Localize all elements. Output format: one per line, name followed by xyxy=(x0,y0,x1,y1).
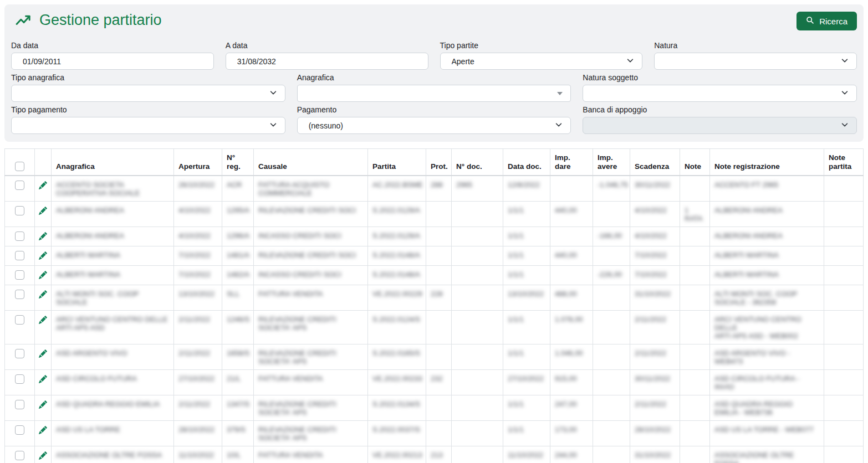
cell-scadenza: 4/10/2022 xyxy=(630,227,680,246)
cell-nreg: ACR xyxy=(222,176,254,202)
cell-note xyxy=(680,176,710,202)
edit-row-button[interactable] xyxy=(39,349,47,359)
cell-partita: S.2022.0129/A xyxy=(368,202,426,227)
cell-impdare xyxy=(550,266,593,285)
edit-row-button[interactable] xyxy=(39,271,47,281)
blurred-text: 4/10/2022 xyxy=(635,232,667,240)
row-checkbox[interactable] xyxy=(15,290,24,299)
blurred-text: 28/10/2022 xyxy=(178,425,215,434)
tipo-anagrafica-label: Tipo anagrafica xyxy=(11,73,285,83)
blurred-text: 26/10/2022 xyxy=(178,181,215,189)
row-checkbox[interactable] xyxy=(15,315,24,325)
edit-row-button[interactable] xyxy=(39,207,47,217)
edit-row-button[interactable] xyxy=(39,232,47,242)
blurred-text: 1/1/1 xyxy=(508,251,524,259)
cell-edit xyxy=(35,421,52,446)
cell-partita: S.2022.0037/S xyxy=(368,421,426,446)
blurred-text: 28/10/2022 xyxy=(635,425,671,434)
natura-select[interactable] xyxy=(654,53,857,70)
column-header-partita: Partita xyxy=(368,149,426,176)
ricerca-button[interactable]: Ricerca xyxy=(796,12,857,30)
cell-anagrafica: ALTI MONTI SOC. COOP SOCIALE xyxy=(52,285,174,311)
cell-partita: S.2022.0148/A xyxy=(368,246,426,266)
blurred-text: 1 RATA xyxy=(685,206,703,223)
blurred-text: ASD QUADRA REGGIO EMILIA xyxy=(56,400,160,408)
cell-impdare xyxy=(550,227,593,246)
table-row: ASD ARGENTO VIVO2/11/20221658/SRILEVAZIO… xyxy=(5,344,864,370)
natura-soggetto-select[interactable] xyxy=(583,85,857,102)
field-tipo-anagrafica: Tipo anagrafica xyxy=(11,73,285,102)
cell-prot: 232 xyxy=(426,370,452,395)
row-checkbox[interactable] xyxy=(15,374,24,384)
a-data-input[interactable] xyxy=(226,53,428,70)
chevron-down-icon xyxy=(555,121,563,130)
row-checkbox[interactable] xyxy=(15,349,24,358)
da-data-input[interactable] xyxy=(11,53,214,70)
table-row: ACCENTO SOCIETA COOPERATIVA SOCIALE26/10… xyxy=(5,176,864,202)
anagrafica-combobox[interactable] xyxy=(297,85,571,102)
blurred-text: 228 xyxy=(431,290,443,298)
cell-select xyxy=(5,285,35,311)
cell-note xyxy=(680,370,710,395)
row-checkbox[interactable] xyxy=(15,451,24,460)
cell-scadenza: 31/10/2022 xyxy=(630,285,680,311)
cell-scadenza: 28/10/2022 xyxy=(630,421,680,446)
edit-row-button[interactable] xyxy=(39,251,47,261)
tipo-partite-select[interactable]: Aperte xyxy=(440,53,643,70)
blurred-text: ARCI VENTUNO CENTRO DELLE ARTI APS ASD xyxy=(56,315,168,332)
row-checkbox[interactable] xyxy=(15,400,24,409)
field-natura-soggetto: Natura soggetto xyxy=(583,73,857,102)
row-checkbox[interactable] xyxy=(15,270,24,280)
edit-row-button[interactable] xyxy=(39,400,47,410)
cell-ndoc xyxy=(452,344,503,370)
row-checkbox[interactable] xyxy=(15,206,24,215)
tipo-anagrafica-select[interactable] xyxy=(11,85,285,102)
blurred-text: FATTURA ACQUISTO COMMERCIALE xyxy=(258,181,329,197)
banca-di-appoggio-select[interactable] xyxy=(583,117,857,134)
cell-notepartita xyxy=(824,395,864,421)
pagamento-select[interactable]: (nessuno) xyxy=(297,117,571,134)
blurred-text: 2/11/2022 xyxy=(635,315,666,323)
cell-impavere xyxy=(593,395,630,421)
row-checkbox[interactable] xyxy=(15,181,24,190)
cell-prot xyxy=(426,421,452,446)
row-checkbox[interactable] xyxy=(15,232,24,241)
edit-row-button[interactable] xyxy=(39,181,47,191)
blurred-text: 244,00 xyxy=(555,451,577,459)
tipo-pagamento-select[interactable] xyxy=(11,117,285,134)
edit-row-button[interactable] xyxy=(39,451,47,461)
edit-row-button[interactable] xyxy=(39,316,47,326)
tipo-pagamento-label: Tipo pagamento xyxy=(11,105,285,115)
edit-row-button[interactable] xyxy=(39,426,47,436)
blurred-text: S.2022.0124/S xyxy=(372,315,420,323)
field-da-data: Da data xyxy=(11,41,214,70)
select-all-checkbox[interactable] xyxy=(15,162,24,171)
blurred-text: RILEVAZIONE CREDITI SOCIETA' APS xyxy=(258,400,336,416)
cell-scadenza: 30/11/2022 xyxy=(630,370,680,395)
blurred-text: FATTURA VENDITA xyxy=(258,451,323,459)
cell-scadenza: 7/10/2022 xyxy=(630,266,680,285)
cell-apertura: 4/10/2022 xyxy=(174,227,222,246)
cell-apertura: 11/10/2022 xyxy=(174,446,222,463)
cell-notepartita xyxy=(824,446,864,463)
cell-prot xyxy=(426,311,452,344)
row-checkbox[interactable] xyxy=(15,251,24,260)
blurred-text: VE.2022.00229 xyxy=(372,290,422,298)
blurred-text: ALBERTI MARTINA xyxy=(56,251,120,259)
blurred-text: -166,00 xyxy=(598,232,622,240)
column-header-scadenza: Scadenza xyxy=(630,149,680,176)
cell-anagrafica: ALBERONI ANDREA xyxy=(52,202,174,227)
edit-row-button[interactable] xyxy=(39,290,47,300)
cell-impdare xyxy=(550,176,593,202)
cell-prot: 228 xyxy=(426,285,452,311)
cell-nreg: 21/L xyxy=(222,370,254,395)
row-checkbox[interactable] xyxy=(15,425,24,435)
blurred-text: ASD QUADRA REGGIO EMILIA - WEB736 xyxy=(714,400,793,416)
cell-scadenza: 2/11/2022 xyxy=(630,344,680,370)
cell-note xyxy=(680,246,710,266)
blurred-text: 27/10/2022 xyxy=(508,374,544,383)
cell-datadoc: 1/1/1 xyxy=(503,202,550,227)
cell-note xyxy=(680,227,710,246)
field-natura: Natura xyxy=(654,41,857,70)
edit-row-button[interactable] xyxy=(39,375,47,385)
